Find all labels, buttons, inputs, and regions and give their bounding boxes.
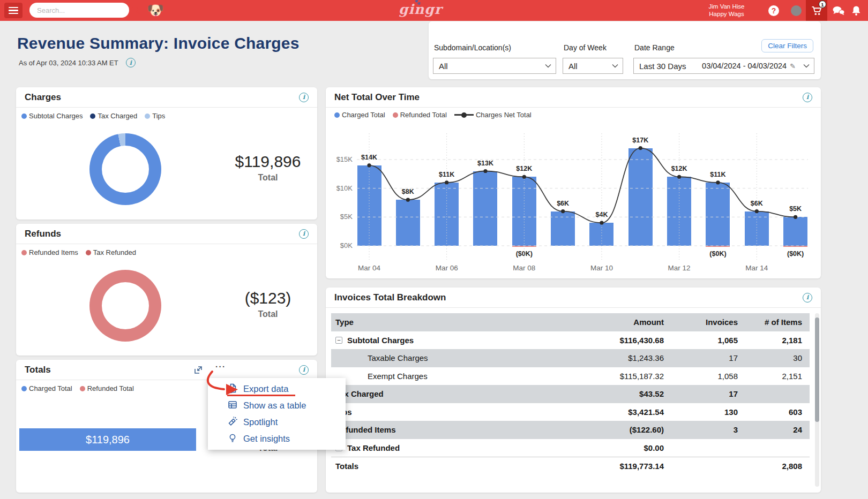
menu-item-spotlight[interactable]: Spotlight: [208, 414, 346, 430]
cell-invoices: 17: [666, 389, 740, 398]
table-row-subtotal-charges[interactable]: –Subtotal Charges$116,430.681,0652,181: [331, 331, 810, 350]
subdomain-select[interactable]: All: [433, 58, 556, 74]
legend-dot: [90, 114, 95, 119]
refunds-legend: Refunded ItemsTax Refunded: [21, 248, 136, 256]
page-title: Revenue Summary: Invoice Charges: [17, 34, 300, 52]
messages-button[interactable]: [832, 0, 845, 21]
chat-icon: [832, 5, 845, 16]
legend-dot: [80, 386, 85, 391]
hamburger-menu-icon[interactable]: [4, 3, 23, 18]
expand-icon: [193, 365, 204, 375]
table-scrollbar-track[interactable]: [815, 313, 819, 487]
cart-button[interactable]: 1: [806, 0, 827, 21]
cell-amount: $115,187.32: [594, 372, 666, 381]
totals-info-icon[interactable]: i: [299, 365, 309, 375]
table-row-tax-refunded[interactable]: +Tax Refunded$0.00: [331, 439, 810, 457]
table-row-tips[interactable]: Tips$3,421.54130603: [331, 403, 810, 421]
user-name: Jim Van Hise: [697, 3, 757, 10]
legend-item[interactable]: Refunded Total: [80, 384, 134, 392]
legend-item[interactable]: Refunded Items: [21, 248, 78, 256]
refunds-donut-chart[interactable]: [89, 270, 161, 342]
more-options-button[interactable]: ···: [215, 362, 226, 371]
column-header-type[interactable]: Type: [331, 317, 594, 327]
column-header--of-items[interactable]: # of Items: [740, 317, 804, 327]
search-input[interactable]: [37, 6, 131, 14]
line-data-point[interactable]: [522, 175, 526, 179]
as-of-row: As of Apr 03, 2024 10:33 AM ET i: [19, 58, 136, 67]
menu-item-export-data[interactable]: Export data: [208, 381, 346, 397]
as-of-info-icon[interactable]: i: [126, 58, 136, 67]
line-data-point[interactable]: [716, 180, 720, 184]
dayofweek-select[interactable]: All: [563, 58, 623, 74]
legend-item[interactable]: Tax Charged: [90, 112, 137, 120]
cell-invoices: 3: [666, 425, 740, 434]
charges-donut-chart[interactable]: [89, 133, 161, 205]
column-header-amount[interactable]: Amount: [594, 317, 666, 327]
user-block[interactable]: Jim Van Hise Happy Wags: [697, 3, 757, 18]
search-box[interactable]: [29, 3, 129, 18]
cell-items: 2,151: [740, 372, 804, 381]
table-row-tax-charged[interactable]: Tax Charged$43.5217: [331, 385, 810, 403]
legend-item[interactable]: Tips: [145, 112, 165, 120]
table-row-refunded-items[interactable]: Refunded Items($122.60)324: [331, 421, 810, 439]
cell-amount: $119,773.14: [594, 462, 666, 471]
charges-info-icon[interactable]: i: [299, 93, 309, 102]
line-data-point[interactable]: [445, 180, 448, 184]
column-header-invoices[interactable]: Invoices: [666, 317, 740, 327]
line-data-point[interactable]: [755, 209, 759, 213]
table-row-totals[interactable]: Totals$119,773.142,808: [331, 457, 810, 475]
totals-bar[interactable]: $119,896: [19, 428, 196, 451]
search-icon[interactable]: [131, 6, 140, 14]
line-data-point[interactable]: [677, 175, 681, 179]
collapse-icon[interactable]: –: [335, 337, 342, 344]
chevron-down-icon: [803, 64, 810, 68]
spotlight-icon: [227, 416, 238, 427]
legend-dot: [145, 114, 150, 119]
menu-item-show-as-a-table[interactable]: Show as a table: [208, 397, 346, 414]
focus-mode-button[interactable]: [193, 365, 205, 375]
table-row-taxable-charges[interactable]: Taxable Charges$1,243.361730: [331, 349, 810, 367]
line-data-point[interactable]: [483, 169, 487, 173]
daterange-dates: 03/04/2024 - 04/03/2024: [702, 62, 787, 70]
line-data-point[interactable]: [639, 146, 642, 150]
refunds-info-icon[interactable]: i: [299, 229, 309, 239]
table-info-icon[interactable]: i: [803, 293, 812, 303]
line-data-point[interactable]: [600, 221, 603, 224]
daterange-select[interactable]: Last 30 Days 03/04/2024 - 04/03/2024 ✎: [633, 58, 814, 74]
dashboard-screen: 🐶 🐾gingr Jim Van Hise Happy Wags ? 1: [0, 0, 868, 499]
legend-label: Subtotal Charges: [29, 112, 83, 120]
paw-icon: 🐾: [415, 0, 421, 5]
charges-card: Charges i Subtotal ChargesTax ChargedTip…: [16, 87, 317, 220]
charges-total-label: Total: [220, 173, 316, 183]
legend-item[interactable]: Subtotal Charges: [21, 112, 83, 120]
cell-invoices: 1,058: [666, 372, 740, 381]
legend-dot: [86, 250, 91, 255]
legend-dot: [21, 114, 27, 119]
notifications-button[interactable]: [850, 0, 863, 21]
legend-label: Refunded Items: [29, 248, 78, 256]
menu-item-get-insights[interactable]: Get insights: [208, 430, 346, 447]
table-row-exempt-charges[interactable]: Exempt Charges$115,187.321,0582,151: [331, 367, 810, 385]
charges-legend: Subtotal ChargesTax ChargedTips: [21, 112, 165, 120]
legend-item[interactable]: Charged Total: [21, 384, 72, 392]
legend-label: Tips: [152, 112, 165, 120]
cell-amount: $3,421.54: [594, 407, 666, 417]
help-button[interactable]: ?: [768, 0, 780, 21]
line-data-point[interactable]: [561, 209, 565, 213]
pencil-icon[interactable]: ✎: [790, 62, 796, 70]
avatar[interactable]: [790, 0, 802, 21]
table-header-row: TypeAmountInvoices# of Items: [331, 313, 810, 331]
breakdown-table: TypeAmountInvoices# of Items–Subtotal Ch…: [331, 313, 810, 475]
line-data-point[interactable]: [367, 163, 371, 167]
legend-label: Refunded Total: [87, 384, 134, 392]
cell-invoices: 17: [666, 353, 740, 362]
clear-filters-button[interactable]: Clear Filters: [761, 39, 813, 52]
line-data-point[interactable]: [794, 215, 797, 219]
legend-label: Charged Total: [29, 384, 72, 392]
daterange-preset-value: Last 30 Days: [639, 62, 686, 71]
table-scrollbar-thumb[interactable]: [815, 317, 819, 422]
legend-item[interactable]: Tax Refunded: [86, 248, 136, 256]
table-card-title: Invoices Total Breakdown: [334, 292, 803, 303]
cell-amount: $1,243.36: [594, 353, 666, 362]
line-data-point[interactable]: [406, 198, 410, 202]
